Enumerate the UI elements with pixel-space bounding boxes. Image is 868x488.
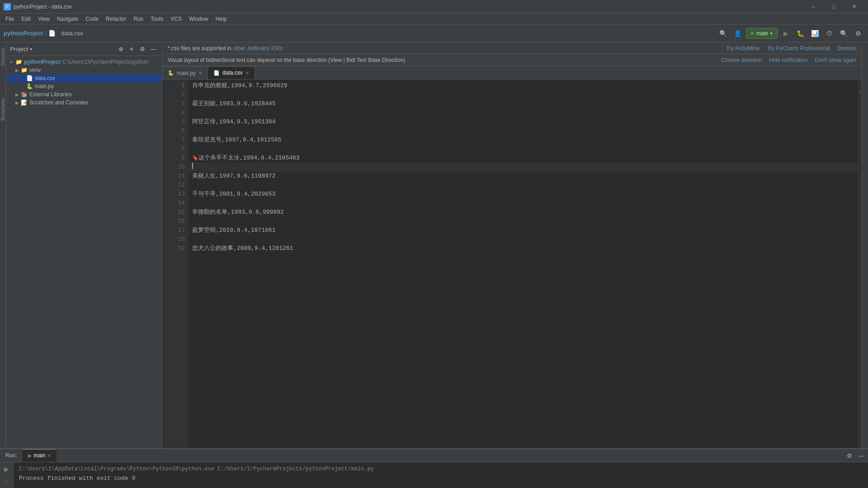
project-locate-btn[interactable]: ⊕ (116, 44, 126, 54)
try-rubymine-link[interactable]: Try RubyMine (726, 45, 760, 52)
run-main-tab[interactable]: ▶ main ✕ (22, 449, 57, 462)
run-exit-code: Process finished with exit code 0 (19, 475, 863, 482)
menu-code[interactable]: Code (82, 15, 102, 23)
run-tab-close[interactable]: ✕ (47, 453, 51, 458)
menu-run[interactable]: Run (130, 15, 147, 23)
structure-strip-label[interactable]: Structure (0, 46, 5, 68)
hide-notification-link[interactable]: Hide notification (769, 57, 807, 63)
try-pycharm-link[interactable]: Try PyCharm Professional (767, 45, 830, 52)
line-num-15: 15 (166, 208, 189, 217)
run-button[interactable]: ▶ (779, 27, 792, 40)
maximize-button[interactable]: □ (824, 0, 844, 14)
venv-label: venv (29, 67, 41, 73)
toolbar-update-button[interactable]: 👤 (731, 27, 744, 40)
tree-external-libraries[interactable]: ▶ 📚 External Libraries (6, 90, 162, 99)
toolbar: pythonProject › 📄 data.csv 🔍 👤 ▶ main ▾ … (0, 24, 868, 42)
toolbar-search-button[interactable]: 🔍 (717, 27, 730, 40)
project-collapse-btn[interactable]: ≡ (127, 44, 137, 54)
green-check-indicator: ✓ (858, 80, 862, 448)
dismiss-link[interactable]: Dismiss (837, 45, 856, 52)
csv-file-icon: 📄 (26, 75, 33, 81)
code-content-7: 泰坦尼克号,1997,9.4,1912585 (192, 136, 282, 143)
run-scroll-up-btn[interactable]: ↑ (2, 476, 12, 486)
tab-data-csv-close[interactable]: ✕ (245, 70, 249, 75)
debug-button[interactable]: 🐛 (794, 27, 807, 40)
left-strip: Structure Bookmarks (0, 42, 6, 448)
code-line-19: 忠犬八公的故事,2009,9.4,1281261 (189, 244, 858, 253)
coverage-button[interactable]: 📊 (808, 27, 821, 40)
project-tree: ▾ 📁 pythonProject C:\Users\1\PycharmProj… (6, 56, 162, 448)
menu-refactor[interactable]: Refactor (102, 15, 130, 23)
line-num-18: 18 (166, 235, 189, 244)
run-tabs: Run: ▶ main ✕ ⚙ — (0, 449, 868, 462)
tree-root[interactable]: ▾ 📁 pythonProject C:\Users\1\PycharmProj… (6, 58, 162, 66)
choose-direction-link[interactable]: Choose direction (721, 57, 762, 63)
run-tab-label: main (33, 452, 45, 459)
ext-lib-icon: 📚 (21, 91, 28, 98)
tab-main-py-icon: 🐍 (168, 70, 174, 76)
project-close-btn[interactable]: — (148, 44, 158, 54)
bottom-panel: Run: ▶ main ✕ ⚙ — ▶ ↑ ↓ 🔧 ☰ ⊞ 🖨 🗑 C:\Use… (0, 448, 868, 488)
bookmarks-strip-label[interactable]: Bookmarks (0, 96, 5, 122)
project-dropdown-arrow[interactable]: ▾ (30, 47, 32, 52)
run-tab-icon: ▶ (28, 453, 32, 459)
tab-data-csv[interactable]: 📄 data.csv ✕ (208, 66, 255, 79)
project-panel-toolbar: ⊕ ≡ ⚙ — (116, 44, 158, 54)
project-panel: Project ▾ ⊕ ≡ ⚙ — ▾ 📁 pythonProject C:\U… (6, 42, 162, 448)
menu-view[interactable]: View (34, 15, 53, 23)
line-num-2: 2 (166, 90, 189, 99)
line-num-19: 19 (166, 244, 189, 253)
code-content-17: 盗梦空间,2010,9.4,1871661 (192, 227, 276, 234)
menu-window[interactable]: Window (185, 15, 212, 23)
tree-venv[interactable]: ▶ 📁 venv (6, 66, 162, 74)
code-line-6 (189, 127, 858, 136)
tab-main-py-label: main.py (177, 70, 196, 76)
run-settings-btn[interactable]: ⚙ (844, 450, 854, 460)
menu-vcs[interactable]: VCS (167, 15, 185, 23)
run-panel-close-btn[interactable]: — (856, 450, 866, 460)
menu-file[interactable]: File (2, 15, 18, 23)
run-config-name: main (756, 30, 768, 37)
tree-data-csv[interactable]: 📄 data.csv (6, 74, 162, 82)
title-bar-controls: ─ □ ✕ (803, 0, 864, 14)
run-path: C:\Users\1\AppData\Local\Programs\Python… (19, 466, 863, 472)
project-root-path: C:\Users\1\PycharmProjects\python (62, 59, 148, 65)
menu-bar: File Edit View Navigate Code Refactor Ru… (0, 14, 868, 24)
dont-show-again-link[interactable]: Don't show again (815, 57, 856, 63)
run-rerun-btn[interactable]: ▶ (2, 464, 12, 474)
code-line-12 (189, 181, 858, 190)
notification-bidi: Visual layout of bidirectional text can … (162, 54, 862, 66)
tree-main-py[interactable]: 🐍 main.py (6, 82, 162, 90)
project-panel-header: Project ▾ ⊕ ≡ ⚙ — (6, 42, 162, 56)
minimize-button[interactable]: ─ (803, 0, 824, 14)
code-line-13: 千与千寻,2001,9.4,2029653 (189, 190, 858, 199)
main-layout: Structure Bookmarks Project ▾ ⊕ ≡ ⚙ — ▾ … (0, 42, 868, 448)
code-lines[interactable]: 肖申克的救赎,1994,9.7,2596629 霸王别姬,1993,9.6,19… (189, 80, 858, 448)
profile-button[interactable]: ⏱ (823, 27, 835, 40)
menu-edit[interactable]: Edit (18, 15, 34, 23)
editor-content[interactable]: 1 2 3 4 5 6 7 8 9 10 11 12 13 14 15 16 1… (162, 80, 862, 448)
tab-main-py[interactable]: 🐍 main.py ✕ (162, 66, 208, 79)
project-root-label: pythonProject (24, 59, 61, 65)
line-num-6: 6 (166, 127, 189, 136)
run-content: ▶ ↑ ↓ 🔧 ☰ ⊞ 🖨 🗑 C:\Users\1\AppData\Local… (0, 462, 868, 488)
menu-navigate[interactable]: Navigate (53, 15, 82, 23)
toolbar-settings[interactable]: ⚙ (852, 27, 864, 40)
close-button[interactable]: ✕ (844, 0, 864, 14)
bookmark-marker: 🔖 (192, 155, 198, 161)
scratches-arrow: ▶ (15, 100, 21, 105)
code-line-5: 阿甘正传,1994,9.5,1951384 (189, 117, 858, 127)
project-options-btn[interactable]: ⚙ (137, 44, 147, 54)
tree-scratches[interactable]: ▶ 📝 Scratches and Consoles (6, 99, 162, 107)
editor-area: *.csv files are supported in other JetBr… (162, 42, 862, 448)
toolbar-search-everywhere[interactable]: 🔍 (837, 27, 850, 40)
menu-help[interactable]: Help (212, 15, 231, 23)
scratches-icon: 📝 (21, 99, 28, 106)
notif-csv-link[interactable]: other JetBrains IDEs (233, 45, 283, 52)
line-num-10: 10 (166, 163, 189, 172)
run-config-selector[interactable]: ▶ main ▾ (746, 28, 778, 39)
line-num-11: 11 (166, 172, 189, 181)
menu-tools[interactable]: Tools (147, 15, 167, 23)
tab-main-py-close[interactable]: ✕ (198, 70, 202, 75)
file-name-label: data.csv (61, 30, 83, 37)
